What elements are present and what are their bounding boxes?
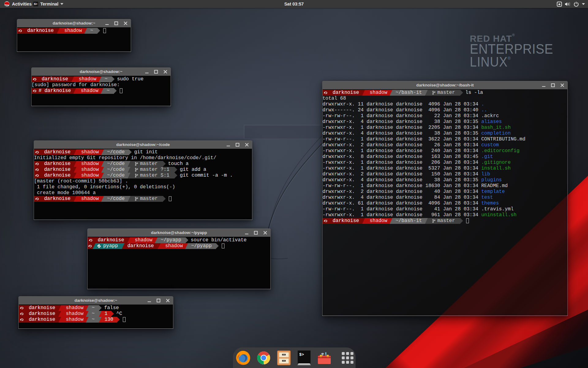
svg-text:$>: $> [299,352,304,357]
